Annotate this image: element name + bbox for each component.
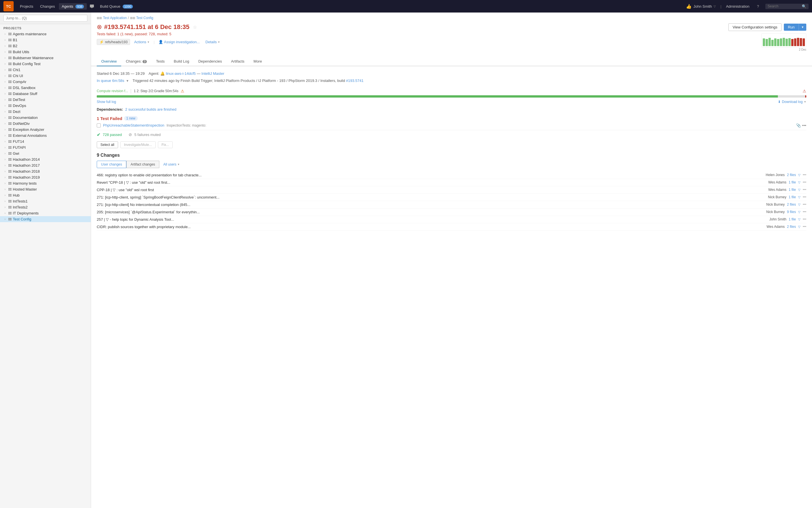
sidebar-item-hosted-master[interactable]: › Hosted Master bbox=[0, 186, 91, 192]
change-files[interactable]: 2 files bbox=[787, 173, 796, 177]
sidebar-item-build-config-test[interactable]: › Build Config Test bbox=[0, 61, 91, 67]
sidebar-item-external-annotations[interactable]: › External Annotations bbox=[0, 133, 91, 138]
artifact-changes-tab[interactable]: Artifact changes bbox=[126, 161, 159, 168]
change-files[interactable]: 1 file bbox=[789, 188, 796, 192]
user-menu[interactable]: 👍 John Smith ▽ bbox=[684, 3, 718, 10]
change-more-button[interactable]: ••• bbox=[803, 195, 806, 199]
app-logo[interactable]: TC bbox=[3, 1, 14, 11]
jump-to-input[interactable] bbox=[3, 15, 87, 22]
trigger-build-link[interactable]: #193.5741 bbox=[346, 79, 363, 83]
sidebar-item-exception-analyzer[interactable]: › Exception Analyzer bbox=[0, 127, 91, 133]
search-bar[interactable]: 🔍 bbox=[765, 4, 809, 9]
test-name-link[interactable]: PhpUnreachableStatementInspection bbox=[103, 123, 164, 127]
nav-build-queue[interactable]: Build Queue 1090 bbox=[97, 3, 136, 10]
details-dropdown[interactable]: Details ▼ bbox=[204, 39, 222, 45]
test-checkbox[interactable] bbox=[97, 123, 101, 127]
muted-count[interactable]: 5 failures muted bbox=[134, 133, 161, 137]
chart-bar bbox=[803, 38, 805, 46]
tab-dependencies[interactable]: Dependencies bbox=[194, 57, 227, 66]
sidebar-item-fut14[interactable]: › FUT14 bbox=[0, 138, 91, 144]
fix-button[interactable]: Fix... bbox=[158, 141, 173, 148]
deps-link[interactable]: 2 successful builds are finished bbox=[125, 107, 176, 112]
tab-changes[interactable]: Changes:9 bbox=[121, 57, 151, 66]
actions-dropdown[interactable]: Actions ▼ bbox=[132, 39, 151, 45]
user-changes-tab[interactable]: User changes bbox=[97, 161, 126, 168]
branch-badge[interactable]: ⚡ refs/heads/193 bbox=[97, 39, 130, 45]
sidebar-item-inttests1[interactable]: › IntTests1 bbox=[0, 198, 91, 204]
sidebar-item-buildserver-maintenance[interactable]: › Buildserver Maintenance bbox=[0, 55, 91, 61]
in-queue[interactable]: In queue 6m:58s bbox=[97, 79, 124, 83]
tab-overview[interactable]: Overview bbox=[97, 57, 121, 66]
breadcrumb-config[interactable]: Test Config bbox=[136, 16, 153, 20]
change-files[interactable]: 1 file bbox=[789, 180, 796, 184]
change-files[interactable]: 1 file bbox=[789, 195, 796, 199]
more-icon[interactable]: ••• bbox=[802, 123, 806, 128]
sidebar-item-chi1[interactable]: › Chi1 bbox=[0, 67, 91, 73]
change-more-button[interactable]: ••• bbox=[803, 203, 806, 207]
sidebar-item-build-utils[interactable]: › Build Utils bbox=[0, 49, 91, 55]
all-users-tab[interactable]: All users ▼ bbox=[159, 161, 184, 168]
paperclip-icon[interactable]: 📎 bbox=[796, 123, 801, 128]
sidebar-item-test-config[interactable]: › Test Config bbox=[0, 216, 91, 222]
nav-projects[interactable]: Projects bbox=[17, 3, 36, 10]
investigate-mute-button[interactable]: Investigate/Mute... bbox=[120, 141, 156, 148]
change-more-button[interactable]: ••• bbox=[803, 217, 806, 221]
sidebar-item-deltest[interactable]: › DelTest bbox=[0, 97, 91, 103]
change-more-button[interactable]: ••• bbox=[803, 188, 806, 192]
sidebar-item-label: IntTests1 bbox=[13, 199, 28, 203]
change-more-button[interactable]: ••• bbox=[803, 210, 806, 214]
download-log-button[interactable]: ⬇ Download log ▼ bbox=[778, 100, 806, 104]
sidebar-item-dotnetdiv[interactable]: › DotNetDiv bbox=[0, 121, 91, 127]
sidebar-item-devops[interactable]: › DevOps bbox=[0, 103, 91, 109]
tab-tests[interactable]: Tests bbox=[151, 57, 169, 66]
nav-administration[interactable]: Administration bbox=[724, 3, 752, 10]
sidebar-item-harmony-tests[interactable]: › Harmony tests bbox=[0, 180, 91, 186]
sidebar-item-hackathon-2017[interactable]: › Hackathon 2017 bbox=[0, 162, 91, 168]
run-more-button[interactable]: ▼ bbox=[799, 24, 806, 31]
sidebar-item-compar[interactable]: › CompAr bbox=[0, 79, 91, 85]
sidebar-item-dezt[interactable]: › Dezt bbox=[0, 109, 91, 115]
change-more-button[interactable]: ••• bbox=[803, 225, 806, 229]
view-config-button[interactable]: View Configuration settings bbox=[728, 23, 781, 31]
tab-more[interactable]: More bbox=[249, 57, 267, 66]
sidebar-item-it-deployments[interactable]: › IT Deployments bbox=[0, 210, 91, 216]
change-files[interactable]: 2 files bbox=[787, 225, 796, 229]
change-more-button[interactable]: ••• bbox=[803, 173, 806, 177]
sidebar-item-hackathon-2018[interactable]: › Hackathon 2018 bbox=[0, 168, 91, 174]
sidebar-item-inttests2[interactable]: › IntTests2 bbox=[0, 204, 91, 210]
sidebar-item-gwi[interactable]: › Gwi bbox=[0, 151, 91, 157]
sidebar-item-documentation[interactable]: › Documentation bbox=[0, 115, 91, 121]
notification-icon[interactable] bbox=[88, 2, 96, 10]
assign-investigation[interactable]: 👤 Assign investigation... bbox=[157, 39, 201, 45]
change-more-button[interactable]: ••• bbox=[803, 180, 806, 184]
select-all-button[interactable]: Select all bbox=[97, 141, 118, 148]
change-files[interactable]: 2 files bbox=[787, 203, 796, 207]
sidebar-item-b1[interactable]: › B1 bbox=[0, 37, 91, 43]
sidebar-item-hub[interactable]: › Hub bbox=[0, 192, 91, 198]
sidebar-item-b2[interactable]: › B2 bbox=[0, 43, 91, 49]
passed-count-link[interactable]: 728 passed bbox=[103, 133, 122, 137]
help-icon[interactable]: ? bbox=[754, 2, 762, 10]
nav-agents[interactable]: Agents 938 bbox=[59, 3, 87, 10]
run-button[interactable]: Run bbox=[784, 24, 799, 31]
agent-config-link[interactable]: IntelliJ Master bbox=[201, 71, 224, 76]
agent-link[interactable]: linux-aws-i-14dcf5 bbox=[166, 71, 196, 76]
tab-build-log[interactable]: Build Log bbox=[169, 57, 194, 66]
sidebar-item-chi-ui[interactable]: › Chi UI bbox=[0, 73, 91, 79]
muted-icon: ⊘ bbox=[129, 132, 132, 137]
sidebar-item-futapi[interactable]: › FUTAPI bbox=[0, 144, 91, 151]
build-star[interactable]: ☆ bbox=[193, 25, 197, 30]
change-files[interactable]: 1 file bbox=[789, 217, 796, 221]
tab-artifacts[interactable]: Artifacts bbox=[227, 57, 249, 66]
sidebar-item-agents-maintenance[interactable]: › Agents maintenance bbox=[0, 31, 91, 37]
breadcrumb-project[interactable]: Test Application bbox=[103, 16, 127, 20]
search-input[interactable] bbox=[768, 4, 802, 8]
change-files[interactable]: 9 files bbox=[787, 210, 796, 214]
jump-to-bar[interactable] bbox=[0, 12, 91, 24]
show-full-log-link[interactable]: Show full log bbox=[97, 100, 116, 104]
sidebar-item-dsl-sandbox[interactable]: › DSL Sandbox bbox=[0, 85, 91, 91]
sidebar-item-hackathon-2014[interactable]: › Hackathon 2014 bbox=[0, 157, 91, 162]
nav-changes[interactable]: Changes bbox=[37, 3, 58, 10]
sidebar-item-database-stuff[interactable]: › Database Stuff bbox=[0, 91, 91, 97]
sidebar-item-hackathon-2019[interactable]: › Hackathon 2019 bbox=[0, 174, 91, 180]
